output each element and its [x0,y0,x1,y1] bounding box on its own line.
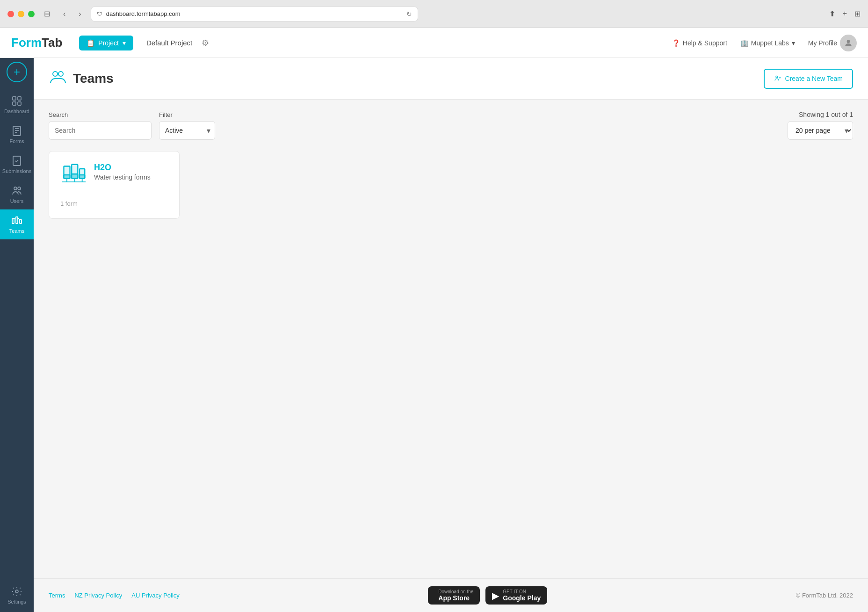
project-label: Project [98,39,119,47]
filter-select[interactable]: Active Inactive All [159,121,215,140]
project-settings-icon[interactable]: ⚙ [202,38,209,48]
page-footer: Terms NZ Privacy Policy AU Privacy Polic… [34,578,868,612]
top-nav: FormTab 📋 Project ▾ Default Project ⚙ ❓ … [0,28,868,58]
address-bar[interactable]: 🛡 dashboard.formtabapp.com ↻ [91,7,418,22]
team-card-header: H2O Water testing forms [60,163,168,193]
logo[interactable]: FormTab [11,36,62,50]
app-store-badge[interactable]: Download on the App Store [428,586,480,605]
filter-label: Filter [159,111,215,118]
close-button[interactable] [7,11,14,17]
project-icon: 📋 [87,39,94,47]
help-label: Help & Support [683,39,727,47]
svg-rect-3 [13,102,16,105]
muppet-label: Muppet Labs [751,39,789,47]
svg-rect-12 [12,219,14,223]
team-description: Water testing forms [94,173,151,181]
my-profile-link[interactable]: My Profile [808,35,857,51]
terms-link[interactable]: Terms [49,592,65,599]
browser-chrome: ⊟ ‹ › 🛡 dashboard.formtabapp.com ↻ ⬆ + ⊞ [0,0,868,28]
sidebar-item-users[interactable]: Users [0,180,34,209]
per-page-select-wrapper: 20 per page 50 per page 100 per page [788,121,853,140]
google-play-badge[interactable]: ▶ GET IT ON Google Play [485,586,547,605]
team-card[interactable]: H2O Water testing forms 1 form [49,151,180,219]
reload-icon[interactable]: ↻ [406,10,412,18]
showing-text-area: Showing 1 out of 1 20 per page 50 per pa… [788,111,853,140]
svg-rect-28 [80,175,85,178]
sidebar-item-settings[interactable]: Settings [0,580,34,612]
tabs-icon[interactable]: ⊞ [854,9,861,18]
filter-group: Filter Active Inactive All [159,111,215,140]
sidebar-item-teams[interactable]: Teams [0,209,34,239]
add-button[interactable]: + [7,62,27,82]
share-icon[interactable]: ⬆ [829,9,835,18]
footer-links: Terms NZ Privacy Policy AU Privacy Polic… [49,592,180,599]
sidebar: + Dashboard Forms [0,58,34,612]
muppet-icon: 🏢 [740,39,748,47]
page-title: Teams [73,71,114,86]
create-team-button[interactable]: Create a New Team [764,69,853,89]
sidebar-label-submissions: Submissions [2,168,31,174]
app-store-main: App Store [438,594,473,602]
help-icon: ❓ [672,39,680,47]
app-container: FormTab 📋 Project ▾ Default Project ⚙ ❓ … [0,28,868,612]
app-store-sub: Download on the [438,589,473,594]
help-support-link[interactable]: ❓ Help & Support [672,39,727,47]
au-privacy-link[interactable]: AU Privacy Policy [131,592,180,599]
sidebar-label-teams: Teams [9,228,24,234]
nav-right: ❓ Help & Support 🏢 Muppet Labs ▾ My Prof… [672,35,857,51]
page-title-area: Teams [49,67,114,90]
search-input[interactable] [49,121,152,140]
avatar [840,35,857,51]
svg-point-19 [58,72,63,76]
team-card-info: H2O Water testing forms [94,163,151,181]
muppet-labs-link[interactable]: 🏢 Muppet Labs ▾ [740,39,795,47]
svg-rect-1 [13,97,16,100]
team-name: H2O [94,163,151,173]
traffic-lights [7,11,35,17]
create-team-label: Create a New Team [785,75,843,82]
profile-label: My Profile [808,39,837,47]
svg-rect-13 [16,217,18,223]
copyright: © FormTab Ltd, 2022 [796,592,853,599]
sidebar-item-dashboard[interactable]: Dashboard [0,90,34,120]
filter-select-wrapper: Active Inactive All [159,121,215,140]
google-play-sub: GET IT ON [503,589,541,594]
per-page-select[interactable]: 20 per page 50 per page 100 per page [788,121,853,140]
maximize-button[interactable] [28,11,35,17]
create-team-icon [774,74,781,83]
footer-app-badges: Download on the App Store ▶ GET IT ON Go… [428,586,547,605]
nz-privacy-link[interactable]: NZ Privacy Policy [74,592,122,599]
sidebar-label-forms: Forms [9,138,24,144]
project-dropdown-icon: ▾ [123,39,126,47]
minimize-button[interactable] [18,11,24,17]
svg-point-0 [847,40,850,43]
svg-rect-24 [64,175,70,178]
google-play-icon: ▶ [492,590,499,601]
showing-label: Showing 1 out of 1 [799,111,853,118]
sidebar-item-forms[interactable]: Forms [0,120,34,150]
new-tab-icon[interactable]: + [843,9,847,18]
logo-form: Form [11,36,42,50]
url-text: dashboard.formtabapp.com [106,10,181,17]
search-label: Search [49,111,152,118]
svg-point-11 [18,187,21,190]
search-group: Search [49,111,152,140]
back-button[interactable]: ‹ [59,8,69,20]
sidebar-label-settings: Settings [7,599,26,605]
svg-rect-5 [13,126,21,136]
sidebar-item-submissions[interactable]: Submissions [0,150,34,180]
muppet-dropdown-icon: ▾ [792,39,795,47]
page-header: Teams Create a New Team [34,58,868,100]
svg-point-20 [776,76,778,78]
cards-area: H2O Water testing forms 1 form [34,147,868,578]
sidebar-toggle-button[interactable]: ⊟ [40,7,54,20]
team-card-icon [60,163,87,193]
filter-bar: Search Filter Active Inactive All Showin… [34,100,868,147]
forward-button[interactable]: › [75,8,85,20]
svg-point-17 [15,590,18,593]
sidebar-label-dashboard: Dashboard [4,108,29,114]
project-button[interactable]: 📋 Project ▾ [79,36,133,50]
svg-rect-2 [18,97,21,100]
svg-rect-4 [18,102,21,105]
google-play-main: Google Play [503,594,541,602]
